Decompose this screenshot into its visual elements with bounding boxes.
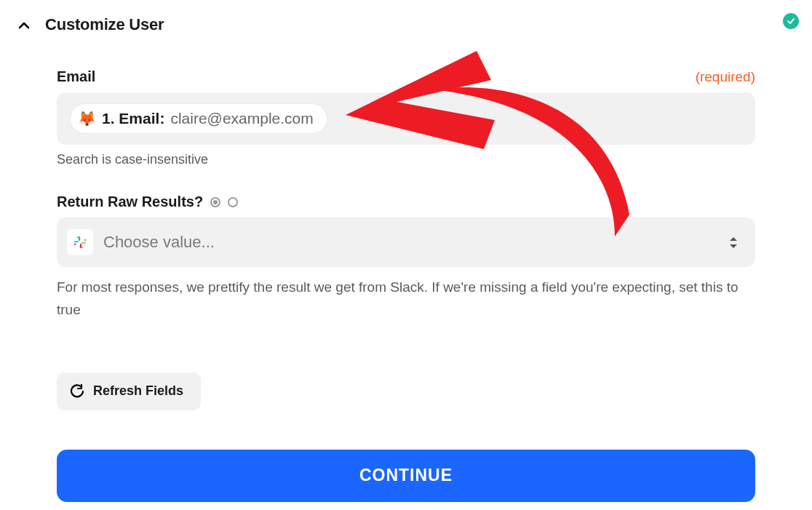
- raw-results-row: Return Raw Results?: [57, 194, 755, 210]
- email-help-text: Search is case-insensitive: [57, 152, 755, 167]
- email-chip[interactable]: 🦊 1. Email: claire@example.com: [70, 103, 327, 134]
- check-icon: [787, 17, 795, 25]
- refresh-icon: [70, 384, 84, 399]
- section-title: Customize User: [45, 15, 164, 34]
- svg-rect-0: [74, 241, 79, 242]
- svg-rect-1: [79, 236, 80, 241]
- svg-rect-11: [82, 247, 83, 248]
- email-label: Email: [57, 68, 95, 85]
- raw-results-label: Return Raw Results?: [57, 194, 203, 210]
- select-sort-icon: [729, 236, 738, 249]
- chevron-up-icon: [17, 18, 31, 33]
- select-placeholder: Choose value...: [103, 233, 215, 252]
- email-input[interactable]: 🦊 1. Email: claire@example.com: [57, 92, 755, 145]
- continue-button[interactable]: CONTINUE: [57, 450, 755, 502]
- raw-results-select[interactable]: Choose value...: [57, 218, 755, 267]
- chip-value: claire@example.com: [170, 110, 313, 127]
- form-content: Email (required) 🦊 1. Email: claire@exam…: [0, 36, 812, 510]
- required-indicator: (required): [696, 69, 755, 85]
- form-app-icon: 🦊: [78, 111, 96, 126]
- email-field-header: Email (required): [57, 68, 755, 85]
- refresh-label: Refresh Fields: [93, 383, 183, 399]
- svg-rect-7: [77, 236, 78, 238]
- svg-rect-2: [81, 242, 86, 244]
- svg-rect-9: [84, 239, 86, 240]
- raw-results-description: For most responses, we prettify the resu…: [57, 276, 755, 322]
- svg-rect-3: [80, 244, 81, 248]
- status-check-badge: [783, 13, 799, 29]
- collapse-toggle[interactable]: [13, 15, 35, 36]
- slack-icon: [67, 229, 93, 255]
- chip-label: 1. Email:: [102, 110, 164, 127]
- refresh-fields-button[interactable]: Refresh Fields: [57, 372, 201, 410]
- section-header: Customize User: [0, 0, 812, 36]
- radio-option-true[interactable]: [210, 197, 220, 207]
- svg-rect-5: [74, 244, 76, 244]
- radio-option-false[interactable]: [228, 197, 238, 207]
